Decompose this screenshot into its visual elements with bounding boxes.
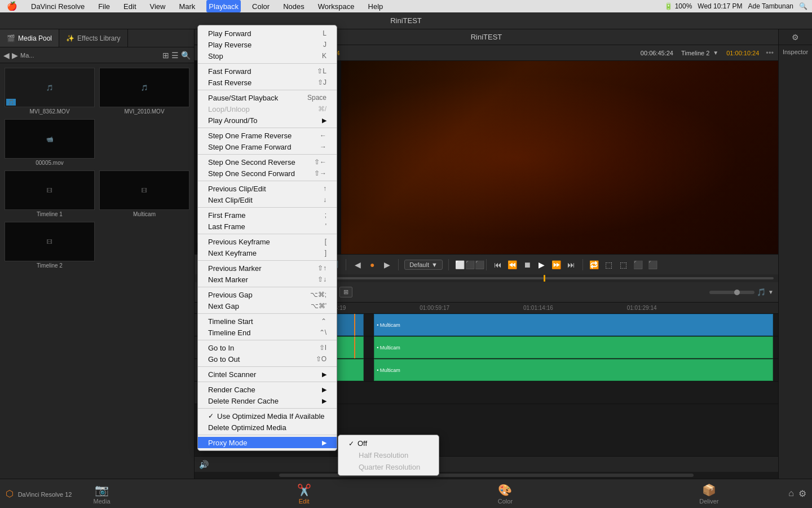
menu-prev-marker[interactable]: Previous Marker ⇧↑	[198, 262, 337, 274]
nav-marker-btn[interactable]: ●	[367, 259, 378, 270]
next-nav-btn[interactable]: ▶	[381, 259, 392, 270]
clip-a1-2[interactable]: • Multicam	[374, 336, 773, 358]
track-content-a1[interactable]: • Multicam • Multicam	[279, 336, 778, 358]
menu-pause-start[interactable]: Pause/Start Playback Space	[198, 92, 337, 103]
tab-edit[interactable]: ✂️ Edit	[286, 483, 323, 505]
submenu-off[interactable]: ✓ Off	[338, 437, 439, 449]
marker-btn[interactable]: ⬛	[633, 259, 644, 270]
menubar-mark[interactable]: Mark	[176, 0, 197, 12]
grid-view-button[interactable]: ⊞	[162, 51, 169, 60]
dual-view-btn[interactable]: ⬛⬛	[469, 259, 480, 270]
list-view-button[interactable]: ☰	[171, 51, 179, 60]
track-content-v1[interactable]: • Multicam • Multicam	[279, 314, 778, 336]
menu-step-second-forward[interactable]: Step One Second Forward ⇧→	[198, 168, 337, 179]
menu-step-second-reverse[interactable]: Step One Second Reverse ⇧←	[198, 156, 337, 168]
step-fwd-btn[interactable]: ⏩	[551, 259, 562, 270]
menu-go-to-in[interactable]: Go to In ⇧I	[198, 342, 337, 353]
menu-fast-forward[interactable]: Fast Forward ⇧L	[198, 65, 337, 77]
menu-timeline-end[interactable]: Timeline End ⌃\	[198, 327, 337, 338]
go-to-start-btn[interactable]: ⏮	[492, 259, 504, 270]
list-item[interactable]: 🎞 Timeline 1	[5, 170, 95, 217]
apple-menu[interactable]: 🍎	[5, 0, 20, 12]
menu-first-frame[interactable]: First Frame ;	[198, 209, 337, 221]
timeline-selector-arrow[interactable]: ▼	[713, 50, 718, 56]
submenu-half-res[interactable]: Half Resolution	[338, 449, 439, 461]
prev-nav-btn[interactable]: ◀	[352, 259, 363, 270]
tab-color[interactable]: 🎨 Color	[487, 483, 524, 505]
menubar-help[interactable]: Help	[366, 0, 386, 12]
gear-icon[interactable]: ⚙	[798, 488, 806, 499]
menubar-edit[interactable]: Edit	[121, 0, 138, 12]
menu-render-cache[interactable]: Render Cache ▶	[198, 384, 337, 395]
viewer-more-dots[interactable]: •••	[766, 49, 774, 57]
search-icon[interactable]: 🔍	[799, 2, 807, 10]
menu-play-reverse[interactable]: Play Reverse J	[198, 39, 337, 50]
list-item[interactable]: 🎵 🎵 MVI_8362.MOV	[5, 68, 95, 115]
menu-play-around[interactable]: Play Around/To ▶	[198, 115, 337, 126]
tab-effects-library[interactable]: ✨ Effects Library	[59, 29, 127, 47]
menu-play-forward[interactable]: Play Forward L	[198, 28, 337, 39]
out-point-btn[interactable]: ⬚	[618, 259, 629, 270]
proxy-submenu[interactable]: ✓ Off Half Resolution Quarter Resolution	[338, 435, 439, 476]
nav-forward-button[interactable]: ▶	[12, 51, 18, 60]
playback-menu[interactable]: Play Forward L Play Reverse J Stop K Fas…	[197, 25, 337, 451]
track-content-a2[interactable]: • Multicam • Multicam	[279, 359, 778, 381]
menubar-color[interactable]: Color	[250, 0, 272, 12]
menu-timeline-start[interactable]: Timeline Start ⌃	[198, 316, 337, 327]
timeline-selector[interactable]: Timeline 2	[681, 50, 709, 56]
clip-a2-2[interactable]: • Multicam	[374, 359, 773, 381]
audio-icon[interactable]: 🎵	[757, 288, 766, 296]
menu-delete-optimized-media[interactable]: Delete Optimized Media	[198, 422, 337, 433]
menubar-file[interactable]: File	[96, 0, 112, 12]
menubar-davinci[interactable]: DaVinci Resolve	[29, 0, 87, 12]
menu-next-keyframe[interactable]: Next Keyframe ]	[198, 247, 337, 259]
menu-next-gap[interactable]: Next Gap ⌥⌘'	[198, 300, 337, 312]
fullscreen-view-btn[interactable]: ⬜	[454, 259, 466, 270]
tab-media-pool[interactable]: 🎬 Media Pool	[0, 29, 59, 47]
inspector-icon[interactable]: ⚙	[792, 33, 799, 42]
menu-last-frame[interactable]: Last Frame '	[198, 221, 337, 232]
step-back-btn[interactable]: ⏪	[507, 259, 518, 270]
list-item[interactable]: 🎞 Timeline 2	[5, 222, 95, 269]
menu-prev-keyframe[interactable]: Previous Keyframe [	[198, 236, 337, 247]
menu-use-optimized-media[interactable]: ✓ Use Optimized Media If Available	[198, 410, 337, 422]
menu-next-clip[interactable]: Next Clip/Edit ↓	[198, 194, 337, 205]
inspector-label[interactable]: Inspector	[779, 45, 812, 59]
menu-delete-render-cache[interactable]: Delete Render Cache ▶	[198, 395, 337, 406]
menubar-workspace[interactable]: Workspace	[316, 0, 357, 12]
list-item[interactable]: 🎵 MVI_2010.MOV	[99, 68, 189, 115]
settings-arrow[interactable]: ▼	[768, 289, 774, 295]
list-item[interactable]: 🎞 Multicam	[99, 170, 189, 217]
volume-slider-knob[interactable]	[734, 290, 740, 295]
menu-fast-reverse[interactable]: Fast Reverse ⇧J	[198, 77, 337, 88]
clip-v1-2[interactable]: • Multicam	[374, 314, 773, 336]
menu-step-frame-reverse[interactable]: Step One Frame Reverse ←	[198, 130, 337, 141]
loop-btn[interactable]: 🔁	[589, 259, 600, 270]
in-point-btn[interactable]: ⬚	[603, 259, 615, 270]
tab-media[interactable]: 📷 Media	[82, 483, 122, 505]
search-button[interactable]: 🔍	[181, 51, 191, 60]
list-item[interactable]: 📹 00005.mov	[5, 119, 95, 166]
submenu-quarter-res[interactable]: Quarter Resolution	[338, 461, 439, 473]
menu-prev-clip[interactable]: Previous Clip/Edit ↑	[198, 183, 337, 194]
stop-btn[interactable]: ⏹	[522, 259, 533, 270]
menu-cintel-scanner[interactable]: Cintel Scanner ▶	[198, 369, 337, 380]
home-icon[interactable]: ⌂	[788, 488, 794, 499]
track-content-master[interactable]	[279, 382, 778, 404]
menubar-playback[interactable]: Playback	[206, 0, 241, 12]
menubar-view[interactable]: View	[148, 0, 168, 12]
menu-step-frame-forward[interactable]: Step One Frame Forward →	[198, 141, 337, 152]
speaker-bottom-icon[interactable]: 🔊	[199, 460, 209, 469]
menubar-nodes[interactable]: Nodes	[281, 0, 307, 12]
tab-deliver[interactable]: 📦 Deliver	[688, 483, 730, 505]
menu-proxy-mode[interactable]: Proxy Mode ▶ ✓ Off Half Resolution Quart…	[198, 437, 337, 448]
default-dropdown[interactable]: Default ▼	[404, 260, 443, 270]
menu-stop[interactable]: Stop K	[198, 50, 337, 62]
menu-go-to-out[interactable]: Go to Out ⇧O	[198, 353, 337, 365]
menu-loop-unloop[interactable]: Loop/Unloop ⌘/	[198, 103, 337, 115]
end-marker-btn[interactable]: ⬛	[647, 259, 659, 270]
nav-back-button[interactable]: ◀	[3, 51, 10, 60]
menu-prev-gap[interactable]: Previous Gap ⌥⌘;	[198, 289, 337, 300]
play-btn[interactable]: ▶	[536, 259, 548, 270]
go-to-end-btn[interactable]: ⏭	[566, 259, 577, 270]
